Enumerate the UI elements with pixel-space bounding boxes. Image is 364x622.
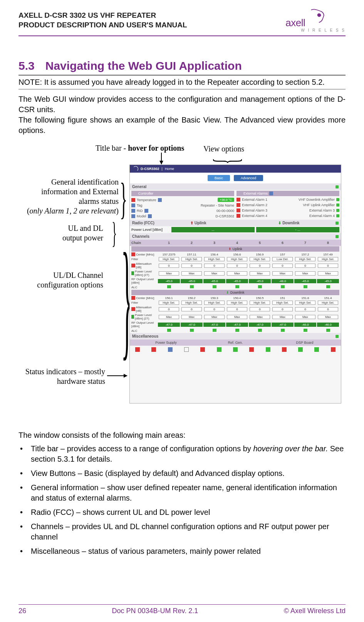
status-dot-icon <box>336 198 339 201</box>
page-footer: 26 Doc PN 0034B-UM Rev. 2.1 © Axell Wire… <box>18 604 346 615</box>
info-icon <box>148 214 152 218</box>
label-uldl: UL and DL output power <box>49 224 103 243</box>
ss-misc-icons <box>130 346 341 353</box>
status-dot-icon <box>335 235 339 238</box>
downlink-bar: ⬇ Downlink <box>131 290 339 295</box>
downlink-filter-row: FilterHigh Sel.High Sel.High Sel.High Se… <box>130 300 341 305</box>
arrow-status <box>107 375 127 376</box>
thermometer-icon <box>249 347 254 352</box>
list-item: •Title bar – provides access to a range … <box>20 444 346 464</box>
section-title: Navigating the Web GUI Application <box>45 59 242 72</box>
atten-icon <box>131 307 135 311</box>
advanced-button[interactable]: Advanced <box>234 175 263 181</box>
model-icon <box>131 214 135 218</box>
copyright: © Axell Wireless Ltd <box>284 607 346 615</box>
logo-subtext: W I R E L E S S <box>301 28 346 32</box>
voltage-icon <box>298 347 303 352</box>
downlink-rf-row: RF Output Level [dBm]-47.0-47.0-47.0-47.… <box>130 321 341 328</box>
gui-screenshot: D-CSR3302 | Home Basic Advanced General … <box>129 165 341 403</box>
uplink-power-row: Power Level [dBm] (27)MaxMaxMaxMaxMaxMax… <box>130 269 341 277</box>
logo-swoosh-icon <box>305 7 325 26</box>
areas-list: •Title bar – provides access to a range … <box>18 444 346 556</box>
voltage-icon <box>217 347 221 352</box>
curly-general: } <box>120 181 127 217</box>
curly-view-options: } <box>215 158 243 164</box>
label-general: General identification information and E… <box>15 177 119 216</box>
ss-general-panel: Controller Temperature+36.0 °C TagRepeat… <box>130 190 341 220</box>
label-view-options: View options <box>203 144 257 154</box>
chip-icon <box>314 347 319 352</box>
note-text: NOTE: It is assumed you have already log… <box>18 78 346 87</box>
heading-rule-bottom <box>18 89 346 89</box>
info-icon <box>144 209 148 213</box>
ss-logo-icon <box>133 166 138 171</box>
ss-channels-header: Channels <box>130 233 341 240</box>
status-dot-icon <box>336 214 339 217</box>
uplink-rf-row: RF Output Level [dBm]-45.0-45.0-45.0-45.… <box>130 277 341 285</box>
ss-radio-row: Power Level [dBm] ... - ... <box>130 226 341 233</box>
thermometer-icon <box>151 347 156 352</box>
basic-button[interactable]: Basic <box>208 175 230 181</box>
info-icon <box>269 192 273 195</box>
list-item: •Miscellaneous – status of various param… <box>20 546 346 556</box>
uplink-center-row: Center [MHz]157.2375157.11156.4156.6156.… <box>130 252 341 257</box>
ss-misc-cols: Power Supply Ref. Gen. DSP Board <box>130 340 341 346</box>
status-dot-icon <box>335 335 339 338</box>
freq-icon <box>131 252 135 256</box>
body-para2: The following figure shows an example of… <box>18 116 346 134</box>
thermometer-icon <box>135 347 140 352</box>
ss-title-page: Home <box>165 167 174 171</box>
list-item: •General information – show user defined… <box>20 482 346 503</box>
doc-title-line1: AXELL D-CSR 3302 US VHF REPEATER <box>18 11 187 20</box>
uplink-alc-row: ALC <box>130 285 341 289</box>
downlink-center-row: Center [MHz]150.1150.2150.3150.4150.5151… <box>130 296 341 300</box>
ss-titlebar[interactable]: D-CSR3302 | Home <box>130 165 341 173</box>
ss-title-sep: | <box>162 167 163 171</box>
voltage-icon <box>266 347 270 352</box>
page-number: 26 <box>18 607 26 615</box>
list-item: •View Buttons – Basic (displayed by defa… <box>20 468 346 479</box>
voltage-icon <box>168 347 173 352</box>
status-dot-icon <box>335 185 339 188</box>
label-title-bar: Title bar - hover for options <box>96 143 196 153</box>
annotated-figure: Title bar - hover for options View optio… <box>18 143 346 417</box>
uplink-power-value: ... <box>171 227 255 232</box>
uplink-atten-row: Attenuation [dB]00000000 <box>130 262 341 269</box>
downlink-alc-row: ALC <box>130 328 341 333</box>
curly-uldl: } <box>112 221 117 245</box>
thermometer-icon <box>200 347 205 352</box>
page-header: AXELL D-CSR 3302 US VHF REPEATER PRODUCT… <box>18 11 346 32</box>
footer-divider <box>18 604 346 605</box>
section-heading: 5.3 Navigating the Web GUI Application <box>18 59 346 72</box>
list-item: •Channels – provides UL and DL channel c… <box>20 521 346 542</box>
ss-misc-header: Miscellaneous <box>130 333 341 340</box>
voltage-icon <box>233 347 238 352</box>
ss-chan-nums: Chain 12345678 <box>130 240 341 246</box>
status-dot-icon <box>336 209 339 212</box>
tag-icon <box>131 203 135 207</box>
dsp-icon <box>331 347 335 352</box>
alarm-icon <box>238 192 242 195</box>
doc-rev: Doc PN 0034B-UM Rev. 2.1 <box>112 607 198 615</box>
ss-general-header: General <box>130 183 341 190</box>
thermometer-icon <box>282 347 287 352</box>
doc-title-line2: PRODUCT DESCRIPTION AND USER'S MANUAL <box>18 20 187 30</box>
downlink-power-row: Power Level [dBm] (27)MaxMaxMaxMaxMaxMax… <box>130 313 341 321</box>
label-channels: UL/DL Channel configuration options <box>26 271 103 290</box>
info-icon <box>158 198 162 202</box>
alarm-num-icon <box>237 214 240 218</box>
box-icon <box>184 347 189 352</box>
uplink-filter-row: FilterHigh Sel.High Sel.High Sel.High Se… <box>130 257 341 262</box>
body-paragraph: The Web GUI window provides access to th… <box>18 94 346 136</box>
logo: axell W I R E L E S S <box>285 11 346 32</box>
status-dot-icon <box>336 203 339 207</box>
header-divider <box>18 35 346 36</box>
arrow-title-bar <box>161 153 162 164</box>
alarm-num-icon <box>237 208 240 212</box>
status-dot-icon <box>335 222 339 225</box>
areas-intro: The window consists of the following mai… <box>18 431 346 440</box>
logo-text: axell <box>285 17 305 29</box>
list-item: •Radio (FCC) – shows current UL and DL p… <box>20 507 346 518</box>
alarm-num-icon <box>237 198 240 202</box>
heading-rule-top <box>18 75 346 76</box>
